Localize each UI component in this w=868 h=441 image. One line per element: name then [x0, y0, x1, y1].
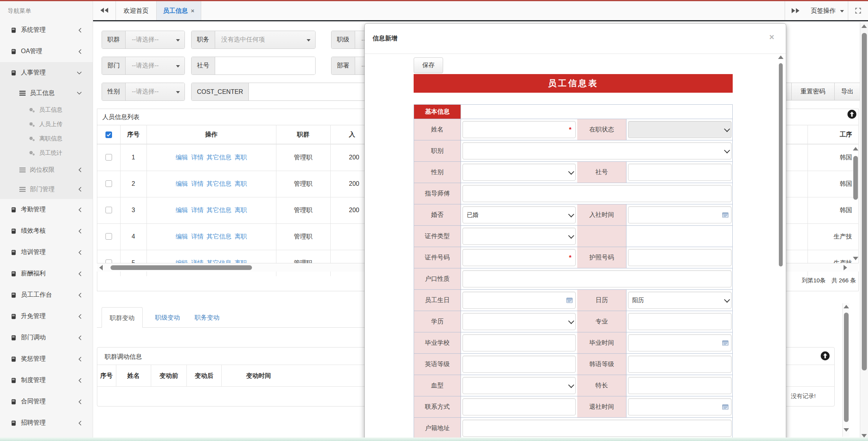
row-action-link[interactable]: 其它信息	[207, 180, 231, 187]
入社时间-field[interactable]	[628, 206, 732, 223]
sidebar-item-6-离职信息[interactable]: 离职信息	[0, 131, 93, 146]
modal-scroll-thumb[interactable]	[779, 63, 783, 266]
bottom-vscrollbar[interactable]	[842, 303, 849, 437]
sidebar-item-15-升免管理[interactable]: 升免管理	[0, 306, 93, 327]
tab-actions-dropdown[interactable]: 页签操作	[811, 1, 844, 20]
sidebar-item-17-奖惩管理[interactable]: 奖惩管理	[0, 348, 93, 370]
tab-position-change[interactable]: 职务变动	[191, 307, 223, 328]
modal-scrollbar[interactable]	[778, 55, 783, 441]
zhiwu-multiselect[interactable]: 没有选中任何项	[215, 31, 315, 48]
reset-password-button[interactable]: 重置密码	[791, 83, 834, 100]
row-action-link[interactable]: 其它信息	[207, 154, 231, 161]
row-checkbox[interactable]	[105, 233, 112, 240]
scroll-down-icon[interactable]	[844, 428, 849, 432]
sidebar-item-1-OA管理[interactable]: OA管理	[0, 41, 93, 62]
row-action-link[interactable]: 详情	[191, 233, 204, 240]
row-action-link[interactable]: 其它信息	[207, 233, 231, 240]
modal-close-icon[interactable]: ×	[769, 32, 774, 42]
指导师傅-field[interactable]	[462, 185, 732, 202]
退社时间-field[interactable]	[628, 398, 732, 415]
户口性质-field[interactable]	[462, 270, 732, 287]
select-all-checkbox[interactable]	[105, 131, 112, 138]
职别-select[interactable]	[462, 142, 732, 159]
日历-select[interactable]: 阳历	[628, 292, 732, 309]
scroll-down-icon[interactable]	[861, 434, 867, 438]
sidebar-item-11-绩效考核[interactable]: 绩效考核	[0, 220, 93, 242]
shehao-input[interactable]	[215, 57, 315, 74]
cost-center-input[interactable]	[249, 83, 369, 100]
row-action-link[interactable]: 编辑	[176, 207, 188, 213]
collapse-panel-icon[interactable]	[847, 109, 857, 119]
护照号码-field[interactable]	[628, 249, 732, 266]
page-scroll-thumb[interactable]	[862, 33, 867, 370]
tabs-scroll-left-icon[interactable]	[100, 7, 109, 15]
row-action-link[interactable]: 离职	[235, 180, 247, 187]
scroll-left-icon[interactable]	[99, 265, 103, 270]
collapse-panel-icon[interactable]	[820, 351, 830, 361]
page-scrollbar[interactable]	[860, 22, 868, 441]
row-action-link[interactable]: 详情	[191, 180, 204, 187]
table-hscroll-thumb[interactable]	[110, 265, 252, 270]
table-vscroll-thumb[interactable]	[853, 156, 858, 200]
姓名-field[interactable]: *	[462, 121, 576, 138]
row-action-link[interactable]: 详情	[191, 154, 204, 161]
tab-employee-info[interactable]: 员工信息×	[156, 1, 201, 20]
scroll-down-icon[interactable]	[853, 257, 858, 260]
性别-select[interactable]	[462, 164, 576, 181]
save-button[interactable]: 保存	[414, 57, 443, 73]
calendar-icon[interactable]	[722, 340, 728, 346]
table-vscrollbar[interactable]	[853, 146, 859, 274]
scroll-up-icon[interactable]	[853, 147, 858, 150]
row-checkbox[interactable]	[105, 154, 112, 161]
sidebar-item-5-人员上传[interactable]: 人员上传	[0, 117, 93, 131]
scroll-up-icon[interactable]	[844, 305, 849, 308]
sidebar-item-2-人事管理[interactable]: 人事管理	[0, 62, 93, 83]
scroll-right-icon[interactable]	[844, 265, 847, 270]
特长-field[interactable]	[628, 377, 732, 394]
sidebar-item-20-招聘管理[interactable]: 招聘管理	[0, 412, 93, 434]
学历-select[interactable]	[462, 313, 576, 330]
tab-rank-change[interactable]: 职级变动	[151, 307, 184, 328]
员工生日-field[interactable]	[462, 292, 576, 309]
zhiqun-select[interactable]: --请选择--	[126, 31, 185, 48]
血型-select[interactable]	[462, 377, 576, 394]
row-action-link[interactable]: 编辑	[176, 233, 188, 240]
婚否-select[interactable]: 已婚	[462, 206, 576, 223]
fullscreen-icon[interactable]	[854, 7, 862, 16]
row-checkbox[interactable]	[105, 180, 112, 187]
专业-field[interactable]	[628, 313, 732, 330]
tab-close-icon[interactable]: ×	[191, 7, 195, 14]
sidebar-item-19-合同管理[interactable]: 合同管理	[0, 391, 93, 412]
sidebar-item-7-员工统计[interactable]: 员工统计	[0, 146, 93, 160]
联系方式-field[interactable]	[462, 398, 576, 415]
calendar-icon[interactable]	[566, 297, 573, 303]
sidebar-item-8-岗位权限[interactable]: 岗位权限	[0, 160, 93, 180]
calendar-icon[interactable]	[722, 212, 728, 218]
毕业时间-field[interactable]	[628, 334, 732, 351]
calendar-icon[interactable]	[722, 404, 728, 410]
bottom-vscroll-thumb[interactable]	[844, 313, 849, 422]
row-action-link[interactable]: 编辑	[176, 180, 188, 187]
英语等级-field[interactable]	[462, 356, 576, 373]
tab-welcome[interactable]: 欢迎首页	[116, 1, 156, 20]
证件号码-field[interactable]: *	[462, 249, 576, 266]
在职状态-select[interactable]	[628, 121, 732, 138]
export-button[interactable]: 导出	[834, 83, 860, 100]
row-action-link[interactable]: 离职	[235, 233, 247, 240]
scroll-up-icon[interactable]	[861, 24, 867, 28]
户籍地址-field[interactable]	[462, 420, 732, 437]
sidebar-item-16-部门调动[interactable]: 部门调动	[0, 327, 93, 348]
sidebar-item-13-薪酬福利[interactable]: 薪酬福利	[0, 263, 93, 284]
tab-group-change[interactable]: 职群变动	[102, 307, 143, 328]
sidebar-item-14-员工工作台[interactable]: 员工工作台	[0, 284, 93, 306]
xingbie-select[interactable]: --请选择--	[126, 83, 185, 100]
sidebar-item-9-部门管理[interactable]: 部门管理	[0, 180, 93, 199]
sidebar-item-10-考勤管理[interactable]: 考勤管理	[0, 199, 93, 220]
row-action-link[interactable]: 编辑	[176, 154, 188, 161]
sidebar-item-4-员工信息[interactable]: 员工信息	[0, 103, 93, 117]
row-action-link[interactable]: 其它信息	[207, 207, 231, 213]
社号-field[interactable]	[628, 164, 732, 181]
row-action-link[interactable]: 离职	[235, 154, 247, 161]
bumen-select[interactable]: --请选择--	[126, 57, 185, 74]
韩语等级-field[interactable]	[628, 356, 732, 373]
